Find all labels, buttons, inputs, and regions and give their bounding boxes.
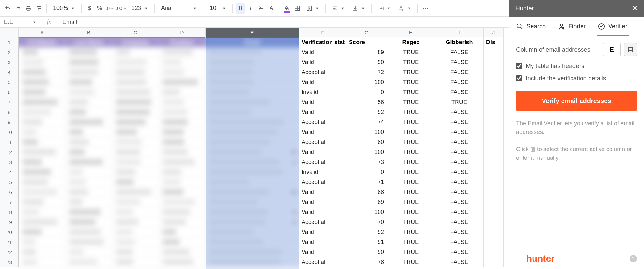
cell[interactable]: n [206,217,299,227]
vertical-align-dropdown[interactable]: ▼ [349,3,368,14]
cell[interactable]: Valid [299,47,346,57]
verify-button[interactable]: Verify email addresses [516,91,637,111]
header-cell[interactable]: Regex [387,37,435,47]
header-cell[interactable]: Last Name [65,37,112,47]
cell[interactable] [484,227,504,237]
cell[interactable] [19,177,65,187]
row-header[interactable]: 13 [0,157,19,167]
cell[interactable] [484,67,504,77]
cell[interactable] [112,77,159,87]
cell[interactable]: 100 [346,127,387,137]
select-all-corner[interactable] [0,28,19,37]
cell[interactable]: TRUE [387,187,435,197]
cell[interactable]: TRUE [387,67,435,77]
cell[interactable]: FALSE [435,157,484,167]
cell[interactable] [65,187,112,197]
cell[interactable] [484,57,504,67]
column-header-H[interactable]: H [387,28,435,37]
row-header[interactable]: 12 [0,147,19,157]
cell[interactable] [484,197,504,207]
cell[interactable]: TRUE [387,137,435,147]
decrease-decimal-button[interactable]: .0 ← [105,3,114,14]
cell[interactable] [19,47,65,57]
cell[interactable]: FALSE [435,77,484,87]
cell[interactable] [159,77,206,87]
cell[interactable]: TRUE [387,57,435,67]
cell[interactable]: TRUE [387,197,435,207]
cell[interactable] [65,197,112,207]
column-header-C[interactable]: C [112,28,159,37]
cell[interactable] [484,77,504,87]
cell[interactable]: Valid [299,77,346,87]
cell[interactable]: TRUE [387,177,435,187]
cell[interactable] [206,107,299,117]
cell[interactable]: Valid [299,247,346,257]
cell[interactable] [159,117,206,127]
cell[interactable]: 89 [346,197,387,207]
column-header-E[interactable]: E [206,28,299,37]
cell[interactable] [159,207,206,217]
cell[interactable]: FALSE [435,167,484,177]
cell[interactable]: TRUE [387,147,435,157]
cell[interactable]: Valid [299,227,346,237]
increase-decimal-button[interactable]: .00 → [116,3,127,14]
cell[interactable]: 78 [346,257,387,267]
cell[interactable] [206,97,299,107]
cell[interactable]: 100 [346,147,387,157]
row-header[interactable]: 15 [0,177,19,187]
cell[interactable] [159,217,206,227]
cell[interactable] [112,167,159,177]
cell[interactable]: 100 [346,77,387,87]
cell[interactable]: FALSE [435,177,484,187]
cell[interactable]: TRUE [387,207,435,217]
cell[interactable] [484,187,504,197]
row-header[interactable]: 17 [0,197,19,207]
cell[interactable]: Accept all [299,117,346,127]
cell[interactable] [65,137,112,147]
help-icon[interactable]: ? [630,255,637,262]
cell[interactable]: TRUE [387,107,435,117]
text-color-button[interactable]: A [267,3,276,14]
cell[interactable] [484,257,504,267]
font-size-dropdown[interactable]: 10▼ [207,3,229,14]
cell[interactable]: 89 [346,47,387,57]
cell[interactable] [159,107,206,117]
cell[interactable] [206,257,299,267]
cell[interactable] [484,157,504,167]
cell[interactable] [484,97,504,107]
cell[interactable] [19,247,65,257]
cell[interactable] [112,227,159,237]
cell[interactable] [159,197,206,207]
header-cell[interactable]: Email [206,37,299,47]
cell[interactable]: TRUE [387,217,435,227]
cell[interactable] [65,147,112,157]
cell[interactable] [112,97,159,107]
cell[interactable]: Valid [299,187,346,197]
cell[interactable] [159,167,206,177]
cell[interactable]: Valid [299,97,346,107]
cell[interactable] [65,257,112,267]
cell[interactable]: n [206,207,299,217]
cell[interactable] [206,67,299,77]
close-icon[interactable]: ✕ [632,4,638,13]
cell[interactable] [159,57,206,67]
cell[interactable] [19,227,65,237]
cell[interactable]: TRUE [387,87,435,97]
cell[interactable]: TRUE [387,167,435,177]
cell[interactable] [484,247,504,257]
font-dropdown[interactable]: Arial▼ [158,3,200,14]
cell[interactable] [65,127,112,137]
cell[interactable]: FALSE [435,57,484,67]
cell[interactable]: 56 [346,97,387,107]
cell[interactable] [206,237,299,247]
header-cell[interactable]: Dis [484,37,504,47]
cell[interactable] [19,87,65,97]
cell[interactable] [19,197,65,207]
cell[interactable]: FALSE [435,247,484,257]
row-header[interactable]: 19 [0,217,19,227]
paint-format-button[interactable] [34,3,43,14]
cell[interactable] [484,237,504,247]
cell[interactable]: TRUE [387,257,435,267]
cell[interactable]: 0 [346,167,387,177]
cell[interactable] [19,67,65,77]
